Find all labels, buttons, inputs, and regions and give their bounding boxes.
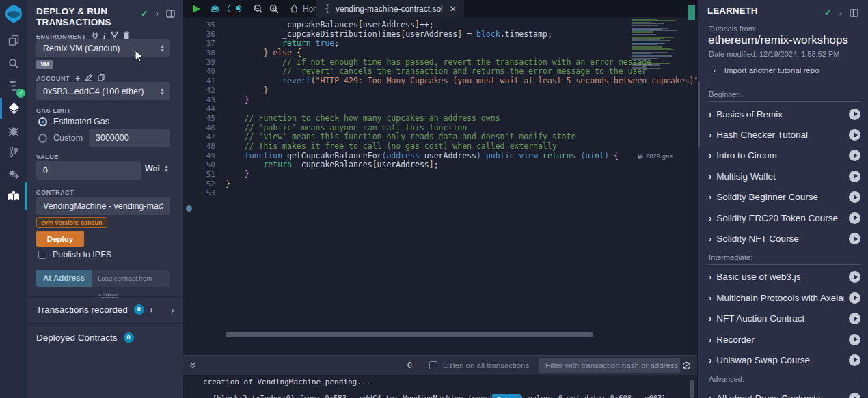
code-editor[interactable]: 35 _cupcakeBalances[userAddress]++;36 _c… xyxy=(183,17,697,350)
line-number[interactable]: 50 xyxy=(183,160,226,170)
transactions-info-icon[interactable]: i xyxy=(150,304,152,315)
at-address-button[interactable]: At Address xyxy=(36,270,92,287)
code-line[interactable]: 46 // 'public' means anyone can call thi… xyxy=(183,124,697,133)
tutorial-chevron-icon[interactable]: › xyxy=(709,355,711,365)
tutorial-chevron-icon[interactable]: › xyxy=(709,150,711,160)
play-tutorial-icon[interactable] xyxy=(849,109,860,120)
publish-ipfs-option[interactable]: Publish to IPFS xyxy=(38,250,111,259)
tutorial-chevron-icon[interactable]: › xyxy=(709,313,711,324)
import-tutorial-repo[interactable]: › Import another tutorial repo xyxy=(713,66,819,74)
edit-account-icon[interactable] xyxy=(85,74,93,81)
play-tutorial-icon[interactable] xyxy=(849,354,860,366)
value-unit-select[interactable]: Wei ▲▼ xyxy=(145,164,169,173)
code-line[interactable]: 48 // This makes it free to call (no gas… xyxy=(183,142,697,152)
terminal-filter-input[interactable]: Filter with transaction hash or address xyxy=(539,358,680,373)
tutorial-chevron-icon[interactable]: › xyxy=(709,335,711,345)
learneth-plugin-icon[interactable] xyxy=(0,184,27,208)
line-number[interactable]: 48 xyxy=(183,142,226,152)
debugger-icon[interactable] xyxy=(0,119,27,143)
tutorial-item[interactable]: › Intro to Circom xyxy=(709,145,860,166)
custom-gas-input[interactable]: 3000000 xyxy=(89,129,170,147)
play-tutorial-icon[interactable] xyxy=(849,334,860,345)
tutorial-chevron-icon[interactable]: › xyxy=(709,213,711,223)
tutorial-item[interactable]: › Recorder xyxy=(709,329,860,350)
code-line[interactable]: 43 } xyxy=(183,96,697,105)
at-address-input[interactable]: Load contract from Addres xyxy=(92,270,170,287)
play-tutorial-icon[interactable] xyxy=(849,191,860,203)
code-line[interactable]: 41 revert("HTTP 429: Too Many Cupcakes (… xyxy=(183,76,697,86)
line-number[interactable]: 38 xyxy=(183,48,226,58)
line-number[interactable]: 49 xyxy=(183,152,226,161)
play-tutorial-icon[interactable] xyxy=(849,271,860,283)
tutorial-chevron-icon[interactable]: › xyxy=(709,272,711,282)
panel-expand-icon[interactable]: › xyxy=(156,8,159,18)
estimated-gas-radio[interactable] xyxy=(38,117,47,126)
learneth-expand-icon[interactable]: › xyxy=(839,8,842,18)
file-tab[interactable]: vending-machine-contract.sol ✕ xyxy=(316,0,464,17)
copy-account-icon[interactable] xyxy=(98,74,105,81)
tutorial-item[interactable]: › Solidity NFT Course xyxy=(709,228,860,248)
code-line[interactable]: 52} xyxy=(183,180,697,189)
ai-assistant-icon[interactable] xyxy=(210,3,220,14)
learneth-pin-icon[interactable] xyxy=(850,9,858,17)
estimated-gas-option[interactable]: Estimated Gas xyxy=(38,117,109,126)
copilot-toggle[interactable] xyxy=(228,5,241,12)
line-number[interactable]: 41 xyxy=(183,76,226,86)
code-line[interactable]: 35 _cupcakeBalances[userAddress]++; xyxy=(183,20,697,30)
tutorial-item[interactable]: › Basic use of web3.js xyxy=(709,267,860,287)
tutorial-chevron-icon[interactable]: › xyxy=(709,109,711,119)
remix-logo-icon[interactable] xyxy=(0,3,27,26)
home-icon[interactable] xyxy=(290,4,299,13)
tutorial-chevron-icon[interactable]: › xyxy=(709,192,711,202)
environment-select[interactable]: Remix VM (Cancun) ▲▼ xyxy=(36,39,170,57)
solidity-compiler-icon[interactable]: ✓ xyxy=(0,74,27,98)
line-number[interactable]: 42 xyxy=(183,86,226,96)
delete-environment-icon[interactable] xyxy=(123,31,130,39)
code-line[interactable]: 51 } xyxy=(183,170,697,180)
tutorial-chevron-icon[interactable]: › xyxy=(709,233,711,244)
play-tutorial-icon[interactable] xyxy=(849,171,860,182)
play-tutorial-icon[interactable] xyxy=(849,292,860,304)
line-number[interactable]: 35 xyxy=(183,20,226,30)
line-number[interactable]: 53 xyxy=(183,188,226,198)
code-line[interactable]: 37 return true; xyxy=(183,39,697,48)
breakpoint-dot[interactable] xyxy=(186,205,192,212)
editor-minimap[interactable] xyxy=(632,18,689,74)
tutorial-item[interactable]: › Solidity Beginner Course xyxy=(709,187,860,208)
line-number[interactable]: 52 xyxy=(183,180,226,189)
code-line[interactable]: 53 xyxy=(183,188,697,198)
plugin-manager-icon[interactable] xyxy=(0,162,27,186)
panel-pin-icon[interactable] xyxy=(166,10,175,18)
listen-all-checkbox[interactable] xyxy=(429,361,437,369)
code-line[interactable]: 50 return _cupcakeBalances[userAddress]; xyxy=(183,160,697,170)
learneth-scrollbar[interactable] xyxy=(698,81,700,147)
editor-horizontal-scrollbar[interactable] xyxy=(226,332,593,337)
fork-icon[interactable] xyxy=(111,31,118,39)
tutorial-item[interactable]: › Uniswap Swap Course xyxy=(709,350,860,370)
code-line[interactable]: 40 // 'revert' cancels the transaction a… xyxy=(183,67,697,76)
account-select[interactable]: 0x5B3...eddC4 (100 ether) ▲▼ xyxy=(36,82,170,100)
tutorial-item[interactable]: › Multisig Wallet xyxy=(709,166,860,186)
tutorial-item[interactable]: › Basics of Remix xyxy=(709,104,860,124)
value-input[interactable]: 0 xyxy=(36,161,141,180)
clear-console-icon[interactable] xyxy=(682,361,691,370)
transactions-expand-icon[interactable]: › xyxy=(171,304,174,315)
line-number[interactable]: 39 xyxy=(183,58,226,68)
publish-ipfs-checkbox[interactable] xyxy=(38,251,46,259)
line-number[interactable]: 43 xyxy=(183,96,226,105)
deploy-button[interactable]: Deploy xyxy=(36,231,84,247)
zoom-out-icon[interactable] xyxy=(254,4,263,14)
play-tutorial-icon[interactable] xyxy=(849,150,860,161)
plug-icon[interactable] xyxy=(92,31,98,39)
code-line[interactable]: 44 xyxy=(183,104,697,114)
debug-button[interactable]: Debug xyxy=(492,394,521,398)
code-line[interactable]: 42 } xyxy=(183,86,697,96)
line-number[interactable]: 44 xyxy=(183,104,226,114)
line-number[interactable]: 45 xyxy=(183,114,226,124)
close-tab-icon[interactable]: ✕ xyxy=(450,4,457,14)
run-script-icon[interactable] xyxy=(193,5,200,13)
tutorial-chevron-icon[interactable]: › xyxy=(709,293,711,303)
tutorial-item[interactable]: › Hash Checker Tutorial xyxy=(709,124,860,145)
play-tutorial-icon[interactable] xyxy=(849,233,860,244)
zoom-in-icon[interactable] xyxy=(269,4,279,14)
